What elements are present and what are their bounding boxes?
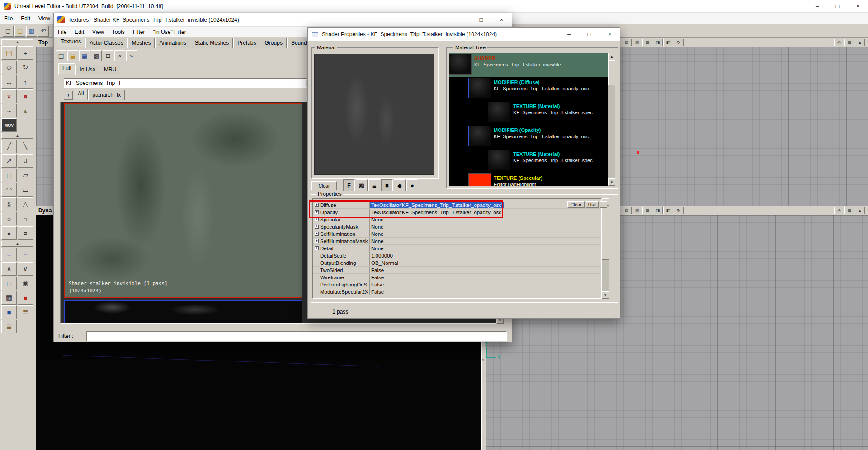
viewport-right-icon[interactable]: ▦: [844, 39, 854, 46]
property-row[interactable]: + SelfIllumination None: [313, 230, 601, 238]
browser-tab[interactable]: Groups: [261, 38, 287, 48]
browser-subtab[interactable]: In Use: [75, 65, 99, 75]
tool-palette-icon[interactable]: +: [1, 248, 17, 261]
tool-palette-icon[interactable]: □: [1, 169, 17, 182]
material-tree-scrollbar[interactable]: ▲ ▼: [608, 53, 615, 186]
tool-palette-icon[interactable]: §: [1, 197, 17, 211]
main-menu-item[interactable]: File: [0, 14, 17, 23]
viewport-mode-icon[interactable]: ▥: [632, 207, 642, 214]
tool-palette-icon[interactable]: ●: [1, 226, 17, 240]
browser-menu-item[interactable]: File: [54, 27, 71, 37]
main-menu-item[interactable]: View: [34, 14, 54, 23]
viewport-mode-icon[interactable]: ▦: [642, 39, 652, 46]
browser-tab[interactable]: Actor Classes: [85, 38, 127, 48]
tool-palette-icon[interactable]: ×: [1, 89, 17, 103]
tool-palette-icon[interactable]: ■: [18, 291, 33, 305]
property-row[interactable]: + PerformLightingOnS... False: [313, 281, 601, 288]
main-toolbar-icon[interactable]: ▦: [26, 26, 37, 37]
tool-palette-icon[interactable]: ○: [1, 212, 17, 225]
tool-palette-icon[interactable]: ▭: [18, 183, 33, 197]
tool-palette-icon[interactable]: ◠: [1, 183, 17, 197]
tool-palette-icon[interactable]: ╱: [1, 140, 17, 153]
tool-palette-icon[interactable]: ▲: [1, 241, 33, 247]
scrollbar-down-icon[interactable]: ▼: [608, 178, 615, 186]
property-row[interactable]: + Opacity TexOscillator'KF_Specimens_Tri…: [313, 209, 601, 216]
browser-toolbar-icon[interactable]: ▤: [67, 50, 78, 61]
tool-palette-icon[interactable]: ≡: [18, 226, 33, 240]
viewport-mode-icon[interactable]: ▤: [622, 207, 632, 214]
tool-palette-icon[interactable]: ▲: [18, 104, 33, 117]
preview-toolbar-icon[interactable]: ◆: [394, 179, 406, 191]
tool-palette-icon[interactable]: ◇: [1, 61, 17, 74]
tool-palette-icon[interactable]: ∪: [18, 154, 33, 168]
tool-palette-icon[interactable]: ■: [18, 89, 33, 103]
tool-palette-icon[interactable]: ▦: [1, 291, 17, 305]
viewport-right-icon[interactable]: ▦: [844, 207, 854, 214]
group-tab[interactable]: patriarch_fx: [88, 90, 125, 100]
scrollbar-thumb[interactable]: [608, 60, 615, 85]
preview-toolbar-icon[interactable]: F: [343, 179, 355, 191]
expand-icon[interactable]: +: [315, 239, 319, 243]
property-row[interactable]: + OutputBlending OB_Normal: [313, 259, 601, 267]
tool-palette-icon[interactable]: ▲: [1, 39, 33, 45]
property-row[interactable]: + SpecularityMask None: [313, 223, 601, 230]
property-row[interactable]: + TwoSided False: [313, 267, 601, 274]
tool-palette-icon[interactable]: ↕: [18, 75, 33, 89]
scrollbar-down-icon[interactable]: ▼: [602, 291, 609, 299]
viewport-right-icon[interactable]: ◎: [834, 207, 844, 214]
preview-toolbar-icon[interactable]: ●: [406, 179, 418, 191]
property-row[interactable]: + Detail None: [313, 245, 601, 252]
shader-maximize-button[interactable]: □: [579, 28, 599, 41]
material-tree-item[interactable]: TEXTURE (Material) KF_Specimens_Trip_T.s…: [449, 149, 608, 173]
browser-toolbar-icon[interactable]: ⊞: [103, 50, 113, 61]
viewport-mode-icon[interactable]: ◨: [653, 207, 663, 214]
tool-palette-icon[interactable]: ↔: [1, 75, 17, 89]
filter-input[interactable]: [86, 331, 507, 341]
material-clear-button[interactable]: Clear: [311, 181, 337, 190]
viewport-mode-icon[interactable]: ↻: [674, 39, 684, 46]
browser-menu-item[interactable]: Edit: [71, 27, 88, 37]
preview-toolbar-icon[interactable]: ▩: [356, 179, 368, 191]
property-row[interactable]: + ModulateSpecular2X False: [313, 288, 601, 295]
property-use-button[interactable]: Use: [586, 201, 599, 208]
tool-palette-icon[interactable]: ≣: [1, 320, 17, 333]
package-combo[interactable]: KF_Specimens_Trip_T ▼: [64, 78, 315, 88]
expand-icon[interactable]: +: [315, 225, 319, 229]
property-row[interactable]: + SelfIlluminationMask None: [313, 238, 601, 245]
tool-palette-icon[interactable]: ▱: [18, 169, 33, 182]
tool-palette-icon[interactable]: □: [1, 277, 17, 290]
viewport-mode-icon[interactable]: ↻: [674, 207, 684, 214]
expand-icon[interactable]: +: [315, 203, 319, 207]
browser-tab[interactable]: Static Meshes: [191, 38, 233, 48]
viewport-mode-icon[interactable]: ◨: [653, 39, 663, 46]
tool-palette-icon[interactable]: −: [18, 248, 33, 261]
browser-toolbar-icon[interactable]: »: [126, 50, 137, 61]
main-minimize-button[interactable]: –: [807, 0, 827, 12]
browser-subtab[interactable]: Full: [58, 63, 75, 75]
tool-palette-icon[interactable]: +: [18, 46, 33, 60]
group-filter-button[interactable]: !: [64, 91, 73, 100]
tool-palette-icon[interactable]: ∩: [18, 212, 33, 225]
browser-close-button[interactable]: ×: [491, 13, 512, 26]
browser-minimize-button[interactable]: –: [451, 13, 471, 26]
expand-icon[interactable]: +: [315, 217, 319, 221]
main-toolbar-icon[interactable]: ▤: [14, 26, 25, 37]
tool-palette-icon[interactable]: ↻: [18, 61, 33, 74]
material-tree-item[interactable]: MODIFIER (Opacity) KF_Specimens_Trip_T.s…: [449, 125, 608, 149]
browser-tab[interactable]: Textures: [57, 37, 85, 48]
properties-scrollbar[interactable]: ▲ ▼: [602, 198, 609, 299]
browser-tab[interactable]: Animations: [155, 38, 190, 48]
scrollbar-up-icon[interactable]: ▲: [608, 53, 615, 60]
browser-subtab[interactable]: MRU: [100, 65, 120, 75]
browser-maximize-button[interactable]: □: [471, 13, 491, 26]
browser-menu-item[interactable]: View: [88, 27, 108, 37]
main-menu-item[interactable]: Edit: [17, 14, 34, 23]
main-maximize-button[interactable]: □: [827, 0, 848, 12]
property-clear-button[interactable]: Clear: [567, 201, 585, 208]
property-row[interactable]: + DetailScale 1.000000: [313, 252, 601, 259]
expand-icon[interactable]: +: [315, 246, 319, 250]
material-tree-item[interactable]: TEXTURE (Specular) Editor.BadHighlight: [449, 173, 608, 186]
viewport-mode-icon[interactable]: ▦: [642, 207, 652, 214]
shader-close-button[interactable]: ×: [599, 28, 620, 41]
shader-minimize-button[interactable]: –: [559, 28, 579, 41]
